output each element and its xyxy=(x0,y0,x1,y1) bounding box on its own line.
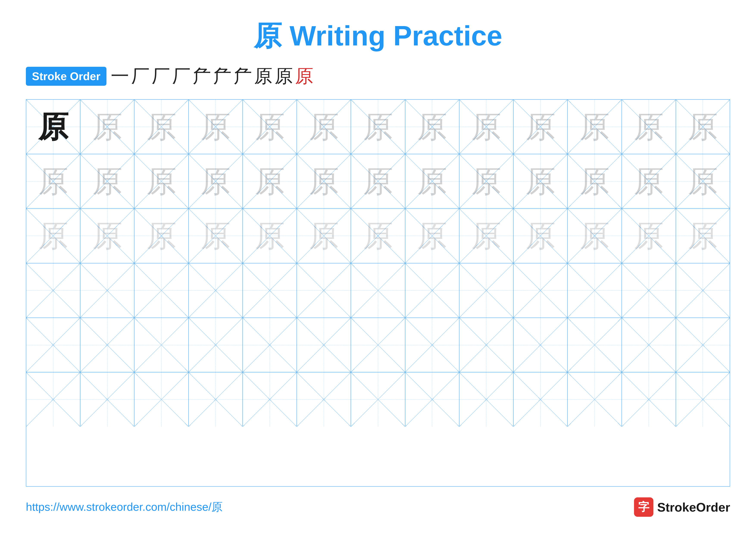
grid-cell[interactable] xyxy=(351,318,405,372)
grid-cell[interactable] xyxy=(26,318,80,372)
grid-cell[interactable] xyxy=(568,372,622,426)
grid-cell[interactable]: 原 xyxy=(26,100,80,154)
grid-cell[interactable]: 原 xyxy=(351,100,405,154)
grid-cell[interactable]: 原 xyxy=(80,100,134,154)
grid-cell[interactable]: 原 xyxy=(676,154,730,208)
grid-cell[interactable]: 原 xyxy=(134,209,189,263)
grid-cell[interactable] xyxy=(297,372,351,426)
grid-cell[interactable]: 原 xyxy=(405,100,459,154)
grid-cell[interactable]: 原 xyxy=(297,209,351,263)
grid-cell[interactable] xyxy=(189,372,243,426)
grid-cell[interactable] xyxy=(297,318,351,372)
grid-cell[interactable]: 原 xyxy=(568,100,622,154)
stroke-order-badge: Stroke Order xyxy=(26,67,106,86)
grid-cell[interactable]: 原 xyxy=(676,209,730,263)
grid-cell[interactable]: 原 xyxy=(405,209,459,263)
grid-cell[interactable] xyxy=(676,264,730,318)
grid-cell[interactable] xyxy=(189,318,243,372)
grid-cell[interactable]: 原 xyxy=(243,209,297,263)
grid-row xyxy=(26,318,730,372)
grid-cell[interactable]: 原 xyxy=(676,100,730,154)
grid-cell[interactable]: 原 xyxy=(459,100,514,154)
stroke-2: 厂 xyxy=(131,64,149,89)
grid-cell[interactable] xyxy=(26,372,80,426)
grid-cell[interactable]: 原 xyxy=(351,209,405,263)
grid-row: 原原原原原原原原原原原原原 xyxy=(26,100,730,154)
grid-cell[interactable] xyxy=(80,264,134,318)
stroke-order-row: Stroke Order 一 厂 厂 厂 厃 厃 厃 原 原 原 xyxy=(26,64,730,89)
grid-row: 原原原原原原原原原原原原原 xyxy=(26,209,730,263)
grid-cell[interactable]: 原 xyxy=(459,209,514,263)
grid-cell[interactable] xyxy=(134,318,189,372)
grid-cell[interactable] xyxy=(134,264,189,318)
stroke-3: 厂 xyxy=(152,64,170,89)
grid-cell[interactable] xyxy=(676,372,730,426)
grid-cell[interactable] xyxy=(514,372,568,426)
stroke-sequence: 一 厂 厂 厂 厃 厃 厃 原 原 原 xyxy=(111,64,313,89)
grid-cell[interactable]: 原 xyxy=(26,209,80,263)
grid-cell[interactable] xyxy=(243,318,297,372)
grid-cell[interactable] xyxy=(622,372,676,426)
grid-cell[interactable]: 原 xyxy=(459,154,514,208)
grid-row: 原原原原原原原原原原原原原 xyxy=(26,154,730,209)
grid-cell[interactable]: 原 xyxy=(297,100,351,154)
grid-cell[interactable] xyxy=(568,318,622,372)
grid-cell[interactable] xyxy=(26,264,80,318)
grid-cell[interactable]: 原 xyxy=(243,100,297,154)
grid-cell[interactable] xyxy=(243,264,297,318)
stroke-10: 原 xyxy=(295,64,313,89)
grid-cell[interactable] xyxy=(189,264,243,318)
grid-cell[interactable] xyxy=(568,264,622,318)
grid-row xyxy=(26,264,730,318)
grid-cell[interactable] xyxy=(351,372,405,426)
grid-cell[interactable] xyxy=(459,318,514,372)
grid-cell[interactable]: 原 xyxy=(134,154,189,208)
stroke-9: 原 xyxy=(275,64,293,89)
footer: https://www.strokeorder.com/chinese/原 字 … xyxy=(26,497,730,517)
grid-cell[interactable]: 原 xyxy=(568,209,622,263)
grid-cell[interactable] xyxy=(459,264,514,318)
grid-cell[interactable] xyxy=(676,318,730,372)
grid-cell[interactable]: 原 xyxy=(622,209,676,263)
grid-cell[interactable]: 原 xyxy=(514,154,568,208)
grid-cell[interactable]: 原 xyxy=(80,209,134,263)
page-title: 原 Writing Practice xyxy=(254,17,502,55)
grid-cell[interactable] xyxy=(514,264,568,318)
grid-cell[interactable]: 原 xyxy=(405,154,459,208)
grid-cell[interactable] xyxy=(622,264,676,318)
grid-cell[interactable] xyxy=(351,264,405,318)
grid-cell[interactable]: 原 xyxy=(568,154,622,208)
grid-cell[interactable]: 原 xyxy=(189,209,243,263)
grid-cell[interactable] xyxy=(514,318,568,372)
stroke-8: 原 xyxy=(254,64,272,89)
grid-cell[interactable]: 原 xyxy=(26,154,80,208)
grid-cell[interactable]: 原 xyxy=(514,100,568,154)
grid-cell[interactable] xyxy=(297,264,351,318)
page: 原 Writing Practice Stroke Order 一 厂 厂 厂 … xyxy=(0,0,756,534)
grid-cell[interactable] xyxy=(80,372,134,426)
grid-cell[interactable]: 原 xyxy=(622,154,676,208)
grid-cell[interactable] xyxy=(134,372,189,426)
stroke-4: 厂 xyxy=(172,64,191,89)
brand-icon: 字 xyxy=(634,497,653,517)
grid-cell[interactable]: 原 xyxy=(297,154,351,208)
grid-cell[interactable] xyxy=(405,264,459,318)
grid-cell[interactable]: 原 xyxy=(80,154,134,208)
footer-brand: 字 StrokeOrder xyxy=(634,497,730,517)
brand-name: StrokeOrder xyxy=(657,500,730,514)
grid-cell[interactable] xyxy=(622,318,676,372)
grid-cell[interactable]: 原 xyxy=(514,209,568,263)
grid-cell[interactable] xyxy=(405,372,459,426)
grid-cell[interactable]: 原 xyxy=(351,154,405,208)
grid-cell[interactable]: 原 xyxy=(243,154,297,208)
grid-cell[interactable]: 原 xyxy=(134,100,189,154)
grid-cell[interactable] xyxy=(459,372,514,426)
grid-row xyxy=(26,372,730,426)
grid-cell[interactable] xyxy=(405,318,459,372)
grid-cell[interactable]: 原 xyxy=(189,154,243,208)
grid-cell[interactable]: 原 xyxy=(189,100,243,154)
footer-url[interactable]: https://www.strokeorder.com/chinese/原 xyxy=(26,499,223,515)
grid-cell[interactable] xyxy=(243,372,297,426)
grid-cell[interactable] xyxy=(80,318,134,372)
grid-cell[interactable]: 原 xyxy=(622,100,676,154)
